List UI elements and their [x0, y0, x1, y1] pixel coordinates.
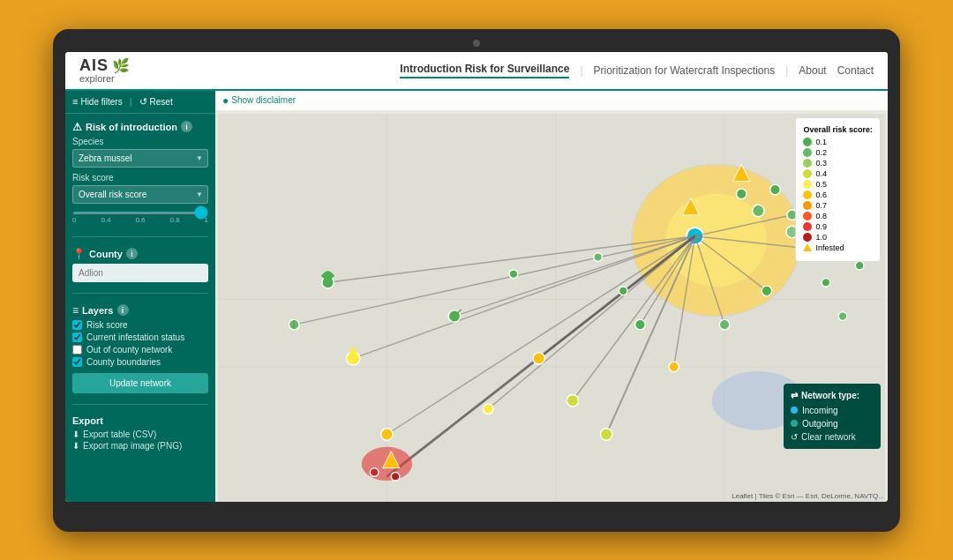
- network-type-panel: ⇄ Network type: Incoming Outgoing ↺ Clea…: [784, 384, 881, 449]
- layer-boundaries-checkbox[interactable]: [72, 357, 82, 367]
- legend-label-03: 0.3: [815, 159, 827, 168]
- layer-infestation-label: Current infestation status: [86, 332, 184, 342]
- clear-network-label: Clear network: [801, 432, 856, 442]
- risk-score-select[interactable]: Overall risk score: [72, 185, 208, 204]
- hide-filters-label: Hide filters: [80, 97, 122, 107]
- county-info-icon[interactable]: i: [126, 248, 138, 259]
- legend-row-04: 0.4: [803, 169, 873, 178]
- legend-row-02: 0.2: [803, 148, 873, 157]
- county-input[interactable]: [72, 264, 208, 282]
- update-network-button[interactable]: Update network: [72, 373, 208, 393]
- nav-about[interactable]: About: [799, 64, 826, 77]
- image-icon: ⬇: [72, 441, 79, 451]
- range-mid1: 0.4: [101, 216, 110, 224]
- download-icon: ⬇: [72, 429, 79, 439]
- laptop-screen: AIS 🌿 explorer Introduction Risk for Sur…: [65, 52, 888, 502]
- svg-point-51: [822, 278, 830, 287]
- svg-point-50: [619, 287, 628, 295]
- svg-point-53: [855, 261, 864, 270]
- divider2: [72, 293, 208, 294]
- export-section-title: Export: [72, 415, 103, 426]
- risk-score-label: Risk score: [72, 173, 208, 183]
- range-mid3: 0.8: [169, 216, 179, 224]
- svg-point-31: [484, 404, 493, 414]
- refresh-icon: ↺: [791, 432, 798, 442]
- app-logo: AIS 🌿 explorer: [79, 56, 130, 84]
- show-disclaimer-label: Show disclaimer: [231, 95, 296, 105]
- divider3: [72, 404, 208, 405]
- reset-button[interactable]: ↺ Reset: [139, 96, 173, 108]
- risk-range-slider[interactable]: [72, 212, 208, 214]
- layer-county-network-checkbox[interactable]: [72, 345, 82, 355]
- svg-point-37: [753, 205, 764, 216]
- svg-point-48: [509, 269, 518, 278]
- hide-filters-button[interactable]: ≡ Hide filters: [72, 96, 123, 107]
- legend-dot-01: [803, 138, 812, 146]
- show-disclaimer-button[interactable]: ● Show disclaimer: [222, 94, 296, 107]
- export-csv-link[interactable]: ⬇ Export table (CSV): [72, 429, 208, 439]
- svg-point-27: [762, 286, 771, 295]
- species-label: Species: [72, 137, 208, 146]
- map-area: ● Show disclaimer: [215, 91, 888, 502]
- legend-row-05: 0.5: [803, 180, 873, 189]
- legend-label-infested: Infested: [815, 243, 844, 252]
- layers-section-header: ≡ Layers i: [72, 304, 208, 317]
- legend-dot-03: [803, 159, 812, 168]
- nav-watercraft-inspections[interactable]: Prioritization for Watercraft Inspection…: [594, 64, 776, 77]
- sidebar: ≡ Hide filters | ↺ Reset ⚠ Risk of int: [65, 91, 215, 502]
- legend-title: Overall risk score:: [803, 125, 873, 134]
- svg-point-44: [391, 472, 400, 481]
- svg-point-38: [770, 184, 780, 194]
- legend-row-07: 0.7: [803, 201, 873, 210]
- app-header: AIS 🌿 explorer Introduction Risk for Sur…: [65, 52, 888, 91]
- layers-info-icon[interactable]: i: [117, 304, 129, 316]
- export-png-link[interactable]: ⬇ Export map image (PNG): [72, 441, 208, 451]
- layers-icon: ≡: [72, 304, 79, 317]
- nav-contact[interactable]: Contact: [837, 64, 874, 77]
- legend-dot-07: [803, 201, 812, 210]
- reset-icon: ↺: [139, 96, 147, 108]
- svg-point-36: [736, 189, 746, 198]
- layer-boundaries-label: County boundaries: [86, 357, 161, 367]
- circle-dot-icon: ●: [222, 94, 229, 107]
- sidebar-content: ⚠ Risk of introduction i Species Zebra m…: [65, 114, 215, 459]
- svg-point-43: [370, 467, 379, 476]
- clear-network-button[interactable]: ↺ Clear network: [791, 432, 856, 442]
- network-incoming-label: Incoming: [802, 406, 838, 415]
- legend-triangle-infested: [803, 243, 812, 251]
- legend-dot-02: [803, 148, 812, 157]
- svg-point-33: [669, 362, 679, 371]
- nav-separator: |: [580, 64, 582, 77]
- map-toolbar: ● Show disclaimer: [215, 91, 888, 110]
- layer-risk-score-label: Risk score: [86, 320, 128, 330]
- legend-row-01: 0.1: [803, 138, 873, 146]
- svg-point-25: [635, 319, 645, 329]
- legend-label-06: 0.6: [815, 190, 827, 199]
- layer-risk-score-checkbox[interactable]: [72, 320, 82, 330]
- layer-infestation-checkbox[interactable]: [72, 332, 82, 342]
- sidebar-toolbar: ≡ Hide filters | ↺ Reset: [65, 91, 215, 114]
- risk-section: ⚠ Risk of introduction i Species Zebra m…: [72, 121, 208, 226]
- logo-icon: 🌿: [112, 58, 130, 73]
- legend-label-10: 1.0: [815, 233, 827, 242]
- filter-icon: ≡: [72, 96, 78, 107]
- svg-point-32: [567, 394, 578, 406]
- risk-section-header: ⚠ Risk of introduction i: [72, 121, 208, 133]
- legend-label-01: 0.1: [815, 138, 827, 146]
- species-select[interactable]: Zebra mussel: [72, 149, 208, 168]
- map-attribution: Leaflet | Tiles © Esri — Esri, DeLorme, …: [732, 492, 884, 500]
- risk-legend: Overall risk score: 0.1 0.2 0.3: [795, 117, 881, 262]
- network-icon: ⇄: [791, 391, 798, 400]
- incoming-dot: [791, 407, 798, 414]
- range-mid2: 0.6: [135, 216, 145, 224]
- legend-dot-06: [803, 190, 812, 199]
- layer-infestation-row: Current infestation status: [72, 332, 208, 342]
- legend-row-09: 0.9: [803, 222, 873, 231]
- reset-label: Reset: [150, 97, 173, 107]
- network-outgoing-label: Outgoing: [802, 419, 838, 429]
- risk-info-icon[interactable]: i: [181, 121, 192, 132]
- nav-introduction-risk[interactable]: Introduction Risk for Surveillance: [400, 63, 569, 78]
- toolbar-separator: |: [130, 96, 132, 107]
- range-container: 0 0.4 0.6 0.8 1: [72, 204, 208, 226]
- logo-text: AIS: [79, 56, 109, 74]
